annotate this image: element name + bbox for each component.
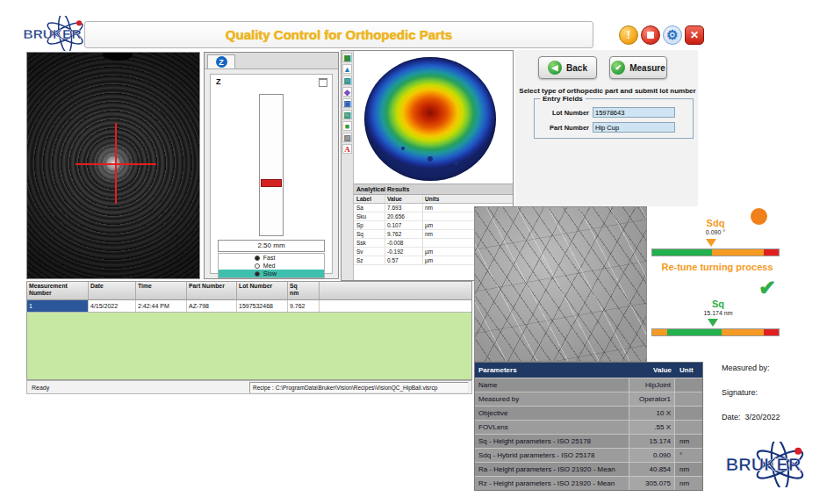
mask-icon[interactable]: ▧ [342,110,352,119]
lot-number-label: Lot Number [538,109,589,117]
retune-message: Re-tune turning process [643,262,792,272]
region-icon[interactable]: ■ [342,121,352,131]
brand-text: BRUKER [726,455,802,474]
pass-check-icon: ✔ [759,276,776,300]
z-inner-panel: Z 2.50 mm Fast Med Slow [210,74,333,274]
sdq-indicator-label: Sdq [667,218,764,228]
surface-data-icon[interactable]: ▦ [342,53,352,62]
speed-option-slow[interactable]: Slow [219,270,324,277]
logo-dot-icon [794,448,802,455]
z-axis-label: Z [216,77,221,86]
back-label: Back [566,63,587,73]
analysis-toolbar: ▦ ▲ ▤ ◆ ▣ ▧ ■ ▨ A [342,51,354,280]
sdq-indicator-value: 0.090 ° [667,229,764,235]
surface-pit [454,161,458,165]
z-speed-box: Fast Med Slow [218,253,325,278]
tab-z[interactable]: Z [207,54,235,68]
header-measurement-number[interactable]: Measurement Number [27,282,89,299]
probe-shadow [103,52,133,61]
header-lot-number[interactable]: Lot Number [237,282,288,299]
z-slider-track[interactable] [259,94,284,236]
histogram-icon[interactable]: ▣ [342,98,352,108]
analytical-results-title: Analytical Results [354,184,513,195]
header-sq[interactable]: Sq nm [288,282,320,299]
header-time[interactable]: Time [136,282,187,299]
close-button[interactable]: ✕ [685,25,704,45]
col-value: Value [385,195,423,203]
speed-label: Med [263,263,276,269]
part-number-field[interactable] [593,122,675,133]
cell-date: 4/15/2022 [89,300,136,312]
radio-icon [255,263,260,269]
z-tabstrip: Z [205,53,338,69]
part-number-label: Part Number [538,124,589,132]
parameter-row: Sdq - Hybrid parameters - ISO 25178 0.09… [475,448,702,462]
status-ready: Ready [27,385,249,391]
surface-pit [401,147,405,150]
measure-button[interactable]: ✔ Measure [609,56,667,79]
lot-number-field[interactable] [593,107,675,118]
parameter-row: Ra - Height parameters - ISO 21920 - Mea… [475,462,702,476]
recipe-path: Recipe : C:\ProgramData\Bruker\Vision\Re… [249,382,469,393]
entry-fields-group: Entry Fields Lot Number Part Number [534,98,694,139]
measure-label: Measure [629,63,665,73]
instruction-text: Select type of orthopedic part and submi… [518,87,697,95]
back-arrow-icon: ◀ [548,61,562,75]
sq-pointer-icon [708,319,718,327]
alert-button[interactable]: ! [619,25,638,45]
measurement-grid-header: Measurement Number Date Time Part Number… [27,282,471,300]
measurement-row[interactable]: 1 4/15/2022 2:42:44 PM AZ-798 1597532468… [27,300,471,313]
cell-time: 2:42:44 PM [136,300,187,312]
signature-label: Signature: [722,388,758,397]
parameter-row: Objective 10 X [475,406,702,420]
header-date[interactable]: Date [89,282,136,299]
restore-window-icon[interactable] [319,78,327,87]
filter-icon[interactable]: ◆ [342,87,352,97]
alert-icon: ! [627,29,630,41]
bruker-logo: BRUKER [23,16,88,51]
logo-dot-icon [76,20,82,25]
annotation-icon[interactable]: A [342,144,352,154]
crosshair-vertical [115,123,117,204]
back-button[interactable]: ◀ Back [538,56,597,79]
gear-icon: ⚙ [666,27,678,43]
header-part-number[interactable]: Part Number [187,282,237,299]
analytical-header-row: Label Value Units [354,195,513,204]
z-position-value: 2.50 mm [218,240,325,252]
check-icon: ✔ [611,61,625,75]
col-units: Units [423,195,451,203]
speed-option-med[interactable]: Med [219,262,324,270]
date-value: 3/20/2022 [745,413,780,421]
page-title: Quality Control for Orthopedic Parts [226,27,452,42]
sdq-pointer-icon [706,239,716,247]
cell-lot-number: 1597532468 [237,300,288,312]
parameters-table: Parameters Value Unit Name HipJoint Meas… [474,362,703,491]
live-video-view [26,52,200,279]
measured-by-label: Measured by: [722,364,770,372]
cell-sq: 9.762 [288,300,320,312]
bruker-logo-footer: BRUKER [725,442,809,487]
sdq-tolerance-bar [651,248,780,256]
parameters-table-header: Parameters Value Unit [475,363,702,378]
cell-part-number: AZ-798 [187,300,237,312]
application-window: BRUKER Quality Control for Orthopedic Pa… [0,0,834,504]
sq-indicator-value: 15.174 nm [670,310,766,316]
z-tab-icon: Z [216,56,227,68]
speed-option-fast[interactable]: Fast [219,254,324,262]
close-icon: ✕ [690,29,699,41]
cell-measurement-number: 1 [27,300,89,312]
speed-label: Slow [263,270,277,277]
settings-button[interactable]: ⚙ [663,25,682,45]
sq-indicator-label: Sq [670,299,766,309]
stop-button[interactable] [641,25,660,45]
title-bar: Quality Control for Orthopedic Parts [84,21,593,48]
parameter-row: Rz - Height parameters - ISO 21920 - Mea… [475,476,702,490]
terrain-view-icon[interactable]: ▲ [342,64,352,74]
stop-icon [647,32,654,39]
parameter-row: FOVLens .55 X [475,420,702,434]
sq-tolerance-bar [651,328,780,336]
layers-icon[interactable]: ▤ [342,76,352,85]
texture-icon[interactable]: ▨ [342,133,352,142]
z-slider-handle[interactable] [261,179,282,187]
status-bar: Ready Recipe : C:\ProgramData\Bruker\Vis… [26,380,472,394]
